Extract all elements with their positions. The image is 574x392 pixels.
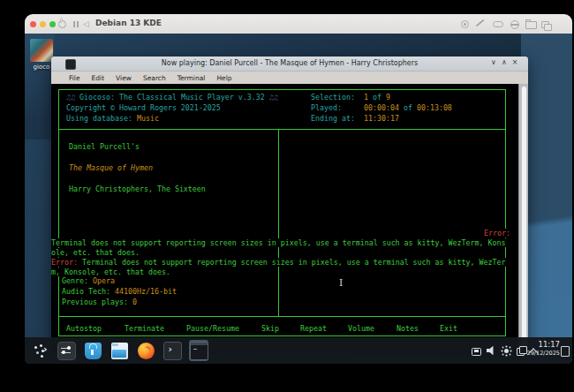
- settings-gear-icon[interactable]: [461, 20, 469, 28]
- terminal-text: Selection:: [311, 93, 364, 102]
- terminal-text: Harry Christophers, The Sixteen: [69, 185, 206, 193]
- system-settings-icon: [57, 342, 76, 360]
- dolphin-icon: [111, 343, 128, 359]
- terminal-line: The Masque of Hymen: [69, 163, 153, 172]
- terminal-line: Error: Terminal does not support reporti…: [51, 258, 506, 267]
- terminal-text: ole, etc. that does.: [51, 248, 140, 257]
- terminal-title: Now playing: Daniel Purcell - The Masque…: [51, 59, 528, 67]
- terminal-text: ♫♫: [66, 93, 79, 102]
- wallpaper-facet: [521, 34, 572, 364]
- menu-search[interactable]: Search: [143, 74, 166, 82]
- giocoso-left-border: [58, 129, 59, 316]
- terminal-text: Opera: [93, 276, 115, 285]
- clock-time: 11:17: [527, 340, 560, 350]
- terminal-menubar: FileEditViewSearchTerminalHelp: [51, 72, 528, 84]
- giocoso-menu-notes[interactable]: Notes: [397, 324, 419, 333]
- terminal-text: 44100Hz/16-bit: [115, 287, 177, 296]
- terminal-text: Giocoso: The Classical Music Player v.3.…: [79, 93, 269, 102]
- brightness-icon[interactable]: [504, 349, 509, 353]
- terminal-titlebar[interactable]: Now playing: Daniel Purcell - The Masque…: [51, 57, 528, 72]
- terminal-text: of: [399, 103, 417, 112]
- taskbar-item-discover[interactable]: [83, 340, 102, 361]
- menu-edit[interactable]: Edit: [92, 74, 105, 82]
- capsule-icon[interactable]: [493, 21, 503, 27]
- minimize-traffic-light[interactable]: [40, 21, 46, 27]
- taskbar-item-terminal-active[interactable]: [189, 340, 208, 361]
- terminal-text: Copyright © Howard Rogers 2021-2025: [66, 103, 221, 112]
- menu-terminal[interactable]: Terminal: [177, 74, 206, 82]
- terminal-text: Error:: [484, 229, 510, 237]
- zoom-traffic-light[interactable]: [49, 21, 56, 27]
- terminal-line: Genre: Opera: [62, 276, 115, 285]
- terminal-text: of: [368, 93, 386, 102]
- taskbar-item-dolphin[interactable]: [110, 340, 129, 361]
- terminal-window: Now playing: Daniel Purcell - The Masque…: [51, 57, 528, 353]
- terminal-line: Copyright © Howard Rogers 2021-2025: [66, 103, 221, 112]
- clock-date: 29/12/2025: [527, 350, 560, 357]
- terminal-line: m, Konsole, etc. that does.: [51, 268, 170, 276]
- display-icon[interactable]: [472, 348, 481, 356]
- minimize-window-button[interactable]: ∨: [489, 58, 498, 66]
- terminal-text: 0: [132, 298, 137, 306]
- giocoso-menu-repeat[interactable]: Repeat: [300, 324, 327, 333]
- menu-view[interactable]: View: [116, 74, 132, 82]
- terminal-line: Previous plays: 0: [62, 298, 137, 306]
- power-icon[interactable]: [58, 20, 66, 28]
- giocoso-column-divider: [278, 129, 279, 316]
- terminal-text: Audio Tech:: [62, 287, 115, 296]
- terminal-active-icon: [190, 342, 208, 360]
- disk-icon[interactable]: [510, 20, 519, 29]
- terminal-line: Daniel Purcell's: [69, 142, 140, 151]
- terminal-scrollbar[interactable]: [518, 84, 528, 353]
- scrollbar-thumb[interactable]: [521, 86, 527, 351]
- vm-window: ◁ Debian 13 KDE gioco Now playing: Danie…: [25, 14, 572, 364]
- giocoso-menu-exit[interactable]: Exit: [440, 324, 457, 333]
- terminal-text: 11:30:17: [364, 114, 399, 123]
- terminal-text: Using database:: [66, 114, 137, 123]
- terminal-line: Error:: [484, 229, 510, 237]
- volume-icon[interactable]: [487, 346, 496, 356]
- terminal-text: 9: [386, 93, 390, 102]
- close-window-button[interactable]: ×: [510, 58, 519, 66]
- maximize-window-button[interactable]: ∧: [500, 58, 509, 66]
- kde-taskbar: 11:17 29/12/2025: [25, 337, 572, 364]
- digital-clock[interactable]: 11:17 29/12/2025: [527, 340, 560, 357]
- windows-copy-icon[interactable]: [541, 21, 549, 28]
- taskbar-item-firefox[interactable]: [136, 340, 155, 361]
- show-desktop-icon[interactable]: [561, 346, 570, 357]
- clipboard-icon[interactable]: [517, 348, 525, 356]
- terminal-line: ♫♫ Giocoso: The Classical Music Player v…: [66, 93, 278, 102]
- taskbar-item-system-settings[interactable]: [57, 340, 76, 361]
- album-art-thumbnail: [30, 39, 53, 62]
- menu-file[interactable]: File: [69, 74, 80, 82]
- terminal-text: Genre:: [62, 276, 93, 285]
- terminal-text: Played:: [311, 103, 364, 112]
- taskbar-item-konsole[interactable]: [162, 340, 182, 361]
- giocoso-menu-terminate[interactable]: Terminate: [125, 324, 164, 333]
- shared-folder-icon[interactable]: [525, 21, 537, 29]
- giocoso-menu-volume[interactable]: Volume: [348, 324, 374, 333]
- giocoso-menu-pause-resume[interactable]: Pause/Resume: [186, 324, 239, 333]
- resize-arrows-icon[interactable]: [476, 19, 484, 26]
- giocoso-menu-autostop[interactable]: Autostop: [66, 324, 102, 333]
- terminal-text: ♫♫: [269, 93, 278, 102]
- close-traffic-light[interactable]: [30, 21, 36, 27]
- terminal-line: Played: 00:00:04 of 00:13:08: [311, 103, 452, 112]
- terminal-line: Harry Christophers, The Sixteen: [69, 185, 206, 193]
- firefox-icon: [138, 343, 155, 359]
- giocoso-menu-skip[interactable]: Skip: [261, 324, 279, 333]
- terminal-line: Terminal does not support reporting scre…: [51, 238, 506, 247]
- terminal-text: Ending at:: [311, 114, 364, 123]
- terminal-text: Terminal does not support reporting scre…: [51, 238, 506, 247]
- screenshot-stage: ◁ Debian 13 KDE gioco Now playing: Danie…: [0, 0, 574, 392]
- terminal-text: m, Konsole, etc. that does.: [51, 268, 170, 276]
- terminal-line: Selection: 1 of 9: [311, 93, 390, 102]
- pause-icon[interactable]: [73, 21, 75, 27]
- menu-help[interactable]: Help: [216, 74, 231, 82]
- taskbar-item-app-launcher[interactable]: [30, 340, 49, 361]
- terminal-line: Using database: Music: [66, 114, 159, 123]
- vm-titlebar: ◁ Debian 13 KDE: [25, 14, 572, 34]
- escape-icon[interactable]: ◁: [83, 19, 89, 29]
- taskbar-launchers: [30, 337, 208, 364]
- terminal-line: Audio Tech: 44100Hz/16-bit: [62, 287, 177, 296]
